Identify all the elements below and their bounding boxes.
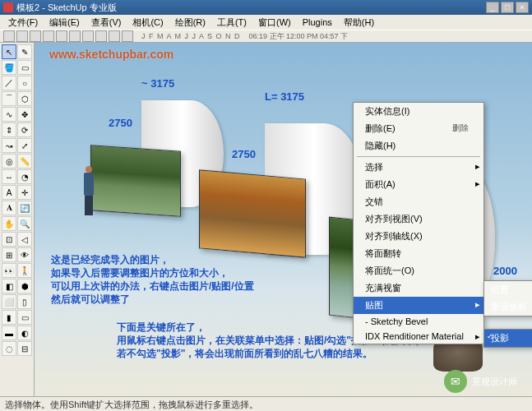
tool-rotate[interactable]: ⟳ bbox=[17, 122, 32, 137]
window-title: 模板2 - SketchUp 专业版 bbox=[16, 2, 117, 14]
tool-dim[interactable]: ↔ bbox=[2, 169, 16, 184]
main-toolbar: J F M A M J J A S O N D 06:19 正午 12:00 P… bbox=[0, 30, 532, 43]
tb-model[interactable] bbox=[122, 30, 133, 42]
menu-camera[interactable]: 相机(C) bbox=[127, 16, 168, 30]
tb-cut[interactable] bbox=[43, 30, 54, 42]
tool-wire[interactable]: ⊟ bbox=[17, 341, 32, 356]
tool-front[interactable]: ▯ bbox=[17, 294, 32, 309]
dim-2750b: 2750 bbox=[232, 148, 256, 160]
viewport[interactable]: www.sketchupbar.com ~ 3175 L= 3175 2750 … bbox=[35, 43, 532, 396]
ctx-align-view[interactable]: 对齐到视图(V) bbox=[354, 210, 483, 228]
annotation-1: 这是已经完成导入的图片， 如果导入后需要调整图片的方位和大小， 可以用上次讲的办… bbox=[51, 253, 254, 306]
menu-plugins[interactable]: Plugins bbox=[298, 16, 337, 28]
menu-view[interactable]: 查看(V) bbox=[86, 16, 127, 30]
tool-scale[interactable]: ⤢ bbox=[17, 138, 32, 153]
tool-iso[interactable]: ⬢ bbox=[17, 279, 32, 293]
month-scale: J F M A M J J A S O N D bbox=[141, 32, 241, 40]
tool-rect[interactable]: ▭ bbox=[17, 60, 32, 75]
tb-save[interactable] bbox=[30, 30, 41, 42]
scale-figure[interactable] bbox=[81, 166, 97, 215]
tool-push[interactable]: ⇕ bbox=[2, 122, 16, 137]
tool-poly[interactable]: ⬡ bbox=[17, 91, 32, 106]
ctx-select[interactable]: 选择 bbox=[354, 159, 483, 176]
ctx-unify[interactable]: 将面统一(O) bbox=[354, 262, 483, 279]
sub-projection[interactable]: ✓投影 bbox=[484, 330, 532, 347]
tool-select[interactable]: ↖ bbox=[2, 44, 16, 59]
dim-tilde: ~ 3175 bbox=[141, 77, 174, 90]
ctx-align-axis[interactable]: 对齐到轴线(X) bbox=[354, 228, 483, 245]
ctx-texture[interactable]: 贴图 位置 重设坐标 bbox=[354, 297, 483, 314]
app-icon bbox=[3, 2, 13, 12]
tool-freehand[interactable]: ∿ bbox=[2, 107, 16, 122]
menu-edit[interactable]: 编辑(E) bbox=[44, 16, 85, 30]
tool-3dtext[interactable]: 𝐀 bbox=[2, 201, 16, 215]
ctx-sketchy-bevel[interactable]: - Sketchy Bevel bbox=[354, 314, 483, 329]
tool-line[interactable]: ／ bbox=[2, 76, 16, 90]
tool-back[interactable]: ▭ bbox=[17, 310, 32, 325]
dim-l: L= 3175 bbox=[265, 90, 304, 103]
ctx-intersect[interactable]: 交错 bbox=[354, 193, 483, 210]
tb-print[interactable] bbox=[109, 30, 120, 42]
menu-file[interactable]: 文件(F) bbox=[3, 16, 43, 30]
status-bar: 选择物体。使用Shift键扩大选择范围，拖拽鼠标进行多重选择。 bbox=[0, 396, 532, 411]
menu-draw[interactable]: 绘图(R) bbox=[170, 16, 210, 30]
maximize-button[interactable]: □ bbox=[501, 2, 514, 13]
tool-arc[interactable]: ⌒ bbox=[2, 91, 16, 106]
tool-section[interactable]: ◧ bbox=[2, 279, 16, 293]
tool-zoom[interactable]: 🔍 bbox=[17, 216, 32, 231]
tool-xray[interactable]: ◌ bbox=[2, 341, 16, 356]
left-toolbox: ↖ ✎ 🪣 ▭ ／ ○ ⌒ ⬡ ∿ ✥ ⇕ ⟳ ↝ ⤢ ◎ 📏 ↔ ◔ A ✛ … bbox=[0, 43, 35, 396]
tool-follow[interactable]: ↝ bbox=[2, 138, 16, 153]
ctx-area[interactable]: 面积(A) bbox=[354, 176, 483, 193]
wechat-label: 景观设计师 bbox=[472, 376, 517, 388]
status-text: 选择物体。使用Shift键扩大选择范围，拖拽鼠标进行多重选择。 bbox=[5, 399, 258, 409]
tool-zoomext[interactable]: ⊞ bbox=[2, 247, 16, 262]
tool-prev[interactable]: ◁ bbox=[17, 232, 32, 247]
tool-move[interactable]: ✥ bbox=[17, 107, 32, 122]
tb-copy[interactable] bbox=[56, 30, 67, 42]
ctx-idx-material[interactable]: IDX Renditioner Material ✓投影 bbox=[354, 329, 483, 344]
ctx-hide[interactable]: 隐藏(H) bbox=[354, 137, 483, 155]
submenu-texture-pos: 位置 重设坐标 bbox=[483, 280, 532, 316]
tool-zoomwin[interactable]: ⊡ bbox=[2, 232, 16, 247]
tool-right[interactable]: ▮ bbox=[2, 310, 16, 325]
imported-photo-1[interactable] bbox=[90, 145, 181, 217]
tool-left[interactable]: ▬ bbox=[2, 326, 16, 340]
menu-help[interactable]: 帮助(H) bbox=[339, 16, 379, 30]
ctx-zoom[interactable]: 充满视窗 bbox=[354, 279, 483, 297]
sub-position[interactable]: 位置 bbox=[484, 281, 532, 298]
minimize-button[interactable]: _ bbox=[486, 2, 499, 13]
tool-shade[interactable]: ◐ bbox=[17, 326, 32, 340]
close-button[interactable]: × bbox=[516, 2, 529, 13]
submenu-projection: ✓投影 bbox=[483, 329, 532, 348]
sub-reset[interactable]: 重设坐标 bbox=[484, 298, 532, 316]
tool-orbit[interactable]: 🔄 bbox=[17, 201, 32, 215]
tool-look[interactable]: 👀 bbox=[2, 263, 16, 278]
wechat-icon: ✉ bbox=[444, 370, 467, 393]
menu-tools[interactable]: 工具(T) bbox=[212, 16, 252, 30]
tool-eraser[interactable]: ✎ bbox=[17, 44, 32, 59]
tool-tape[interactable]: 📏 bbox=[17, 154, 32, 169]
tool-axes[interactable]: ✛ bbox=[17, 185, 32, 200]
tool-top[interactable]: ⬜ bbox=[2, 294, 16, 309]
tb-new[interactable] bbox=[3, 30, 15, 42]
tool-position[interactable]: 👁 bbox=[17, 247, 32, 262]
tool-walk[interactable]: 🚶 bbox=[17, 263, 32, 278]
ctx-entity-info[interactable]: 实体信息(I) bbox=[354, 103, 483, 120]
tool-pan[interactable]: ✋ bbox=[2, 216, 16, 231]
tb-paste[interactable] bbox=[69, 30, 81, 42]
ctx-delete[interactable]: 删除(E)删除 bbox=[354, 120, 483, 137]
imported-photo-2[interactable] bbox=[199, 169, 306, 257]
tool-circle[interactable]: ○ bbox=[17, 76, 32, 90]
time-display: 06:19 正午 12:00 PM 04:57 下 bbox=[249, 31, 349, 42]
ctx-flip[interactable]: 将面翻转 bbox=[354, 245, 483, 262]
tool-offset[interactable]: ◎ bbox=[2, 154, 16, 169]
tb-redo[interactable] bbox=[95, 30, 107, 42]
tool-paint[interactable]: 🪣 bbox=[2, 60, 16, 75]
tool-text[interactable]: A bbox=[2, 185, 16, 200]
wechat-badge: ✉ 景观设计师 bbox=[444, 370, 517, 393]
tool-protractor[interactable]: ◔ bbox=[17, 169, 32, 184]
menu-window[interactable]: 窗口(W) bbox=[253, 16, 296, 30]
tb-undo[interactable] bbox=[82, 30, 94, 42]
tb-open[interactable] bbox=[16, 30, 28, 42]
